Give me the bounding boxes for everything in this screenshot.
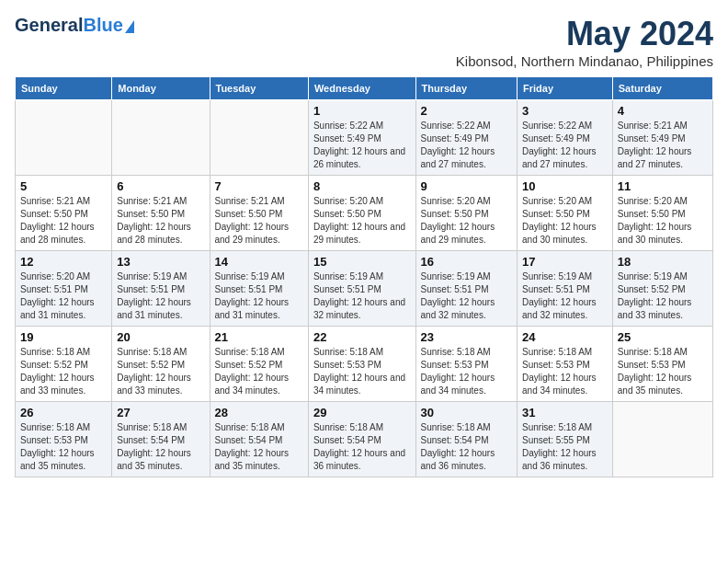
day-number: 16 [421,255,512,269]
day-number: 28 [215,406,303,419]
weekday-header: Saturday [612,77,712,100]
calendar-cell: 26Sunrise: 5:18 AMSunset: 5:53 PMDayligh… [16,402,112,477]
page-header: General Blue May 2024 Kibonsod, Northern… [15,15,713,69]
day-info: Sunrise: 5:18 AMSunset: 5:53 PMDaylight:… [522,346,608,397]
day-number: 13 [117,255,204,269]
day-info: Sunrise: 5:19 AMSunset: 5:52 PMDaylight:… [618,270,708,322]
day-number: 30 [421,406,512,419]
day-info: Sunrise: 5:18 AMSunset: 5:54 PMDaylight:… [421,421,512,473]
weekday-header: Wednesday [308,77,415,100]
day-number: 29 [313,406,411,419]
day-info: Sunrise: 5:19 AMSunset: 5:51 PMDaylight:… [215,270,303,322]
day-info: Sunrise: 5:18 AMSunset: 5:52 PMDaylight:… [215,346,303,397]
day-info: Sunrise: 5:18 AMSunset: 5:52 PMDaylight:… [20,346,107,397]
day-info: Sunrise: 5:20 AMSunset: 5:51 PMDaylight:… [20,270,107,322]
calendar-cell: 15Sunrise: 5:19 AMSunset: 5:51 PMDayligh… [308,251,415,327]
weekday-header-row: SundayMondayTuesdayWednesdayThursdayFrid… [16,77,713,100]
day-info: Sunrise: 5:21 AMSunset: 5:50 PMDaylight:… [215,195,303,247]
calendar-table: SundayMondayTuesdayWednesdayThursdayFrid… [15,76,713,477]
calendar-cell: 17Sunrise: 5:19 AMSunset: 5:51 PMDayligh… [518,251,613,327]
day-number: 1 [313,104,411,118]
calendar-cell: 2Sunrise: 5:22 AMSunset: 5:49 PMDaylight… [415,100,517,176]
day-info: Sunrise: 5:20 AMSunset: 5:50 PMDaylight:… [421,195,512,247]
calendar-cell: 30Sunrise: 5:18 AMSunset: 5:54 PMDayligh… [415,402,517,477]
day-info: Sunrise: 5:18 AMSunset: 5:54 PMDaylight:… [117,421,204,473]
calendar-cell: 23Sunrise: 5:18 AMSunset: 5:53 PMDayligh… [415,327,517,402]
day-number: 4 [618,104,708,118]
calendar-cell: 31Sunrise: 5:18 AMSunset: 5:55 PMDayligh… [518,402,613,477]
calendar-cell: 5Sunrise: 5:21 AMSunset: 5:50 PMDaylight… [16,176,112,251]
day-info: Sunrise: 5:18 AMSunset: 5:54 PMDaylight:… [215,421,303,473]
day-info: Sunrise: 5:18 AMSunset: 5:54 PMDaylight:… [313,421,411,473]
calendar-cell: 13Sunrise: 5:19 AMSunset: 5:51 PMDayligh… [112,251,210,327]
calendar-week-row: 26Sunrise: 5:18 AMSunset: 5:53 PMDayligh… [16,402,713,477]
month-title: May 2024 [456,15,713,53]
calendar-cell: 1Sunrise: 5:22 AMSunset: 5:49 PMDaylight… [308,100,415,176]
day-info: Sunrise: 5:22 AMSunset: 5:49 PMDaylight:… [313,120,411,171]
calendar-cell: 25Sunrise: 5:18 AMSunset: 5:53 PMDayligh… [612,327,712,402]
day-info: Sunrise: 5:19 AMSunset: 5:51 PMDaylight:… [117,270,204,322]
calendar-cell: 18Sunrise: 5:19 AMSunset: 5:52 PMDayligh… [612,251,712,327]
calendar-cell: 16Sunrise: 5:19 AMSunset: 5:51 PMDayligh… [415,251,517,327]
weekday-header: Sunday [16,77,112,100]
calendar-cell [612,402,712,477]
calendar-cell: 11Sunrise: 5:20 AMSunset: 5:50 PMDayligh… [612,176,712,251]
calendar-cell: 24Sunrise: 5:18 AMSunset: 5:53 PMDayligh… [518,327,613,402]
day-info: Sunrise: 5:18 AMSunset: 5:52 PMDaylight:… [117,346,204,397]
day-number: 18 [618,255,708,269]
day-info: Sunrise: 5:18 AMSunset: 5:53 PMDaylight:… [20,421,107,473]
day-info: Sunrise: 5:19 AMSunset: 5:51 PMDaylight:… [313,270,411,322]
day-number: 7 [215,179,303,193]
calendar-cell [210,100,308,176]
day-number: 20 [117,330,204,344]
logo-general-text: General [15,15,83,36]
calendar-cell: 14Sunrise: 5:19 AMSunset: 5:51 PMDayligh… [210,251,308,327]
day-number: 21 [215,330,303,344]
calendar-week-row: 19Sunrise: 5:18 AMSunset: 5:52 PMDayligh… [16,327,713,402]
calendar-cell: 19Sunrise: 5:18 AMSunset: 5:52 PMDayligh… [16,327,112,402]
day-number: 19 [20,330,107,344]
day-number: 23 [421,330,512,344]
calendar-cell: 21Sunrise: 5:18 AMSunset: 5:52 PMDayligh… [210,327,308,402]
day-number: 22 [313,330,411,344]
weekday-header: Thursday [415,77,517,100]
day-info: Sunrise: 5:20 AMSunset: 5:50 PMDaylight:… [313,195,411,247]
day-info: Sunrise: 5:20 AMSunset: 5:50 PMDaylight:… [522,195,608,247]
day-number: 3 [522,104,608,118]
day-number: 6 [117,179,204,193]
day-number: 31 [522,406,608,419]
calendar-cell: 29Sunrise: 5:18 AMSunset: 5:54 PMDayligh… [308,402,415,477]
day-info: Sunrise: 5:18 AMSunset: 5:53 PMDaylight:… [618,346,708,397]
day-info: Sunrise: 5:19 AMSunset: 5:51 PMDaylight:… [522,270,608,322]
calendar-cell: 22Sunrise: 5:18 AMSunset: 5:53 PMDayligh… [308,327,415,402]
calendar-cell: 20Sunrise: 5:18 AMSunset: 5:52 PMDayligh… [112,327,210,402]
day-number: 9 [421,179,512,193]
day-info: Sunrise: 5:19 AMSunset: 5:51 PMDaylight:… [421,270,512,322]
day-number: 15 [313,255,411,269]
day-number: 24 [522,330,608,344]
day-number: 14 [215,255,303,269]
day-number: 12 [20,255,107,269]
calendar-cell: 12Sunrise: 5:20 AMSunset: 5:51 PMDayligh… [16,251,112,327]
day-info: Sunrise: 5:18 AMSunset: 5:53 PMDaylight:… [313,346,411,397]
calendar-cell: 28Sunrise: 5:18 AMSunset: 5:54 PMDayligh… [210,402,308,477]
day-info: Sunrise: 5:21 AMSunset: 5:49 PMDaylight:… [618,120,708,171]
day-info: Sunrise: 5:22 AMSunset: 5:49 PMDaylight:… [421,120,512,171]
calendar-cell: 10Sunrise: 5:20 AMSunset: 5:50 PMDayligh… [518,176,613,251]
day-number: 26 [20,406,107,419]
day-info: Sunrise: 5:22 AMSunset: 5:49 PMDaylight:… [522,120,608,171]
calendar-week-row: 5Sunrise: 5:21 AMSunset: 5:50 PMDaylight… [16,176,713,251]
day-info: Sunrise: 5:20 AMSunset: 5:50 PMDaylight:… [618,195,708,247]
weekday-header: Tuesday [210,77,308,100]
day-number: 8 [313,179,411,193]
calendar-cell: 4Sunrise: 5:21 AMSunset: 5:49 PMDaylight… [612,100,712,176]
logo-icon [125,20,134,33]
day-number: 2 [421,104,512,118]
logo-blue-text: Blue [83,15,122,36]
weekday-header: Friday [518,77,613,100]
calendar-cell [112,100,210,176]
calendar-cell: 6Sunrise: 5:21 AMSunset: 5:50 PMDaylight… [112,176,210,251]
calendar-cell: 8Sunrise: 5:20 AMSunset: 5:50 PMDaylight… [308,176,415,251]
day-number: 17 [522,255,608,269]
calendar-week-row: 12Sunrise: 5:20 AMSunset: 5:51 PMDayligh… [16,251,713,327]
